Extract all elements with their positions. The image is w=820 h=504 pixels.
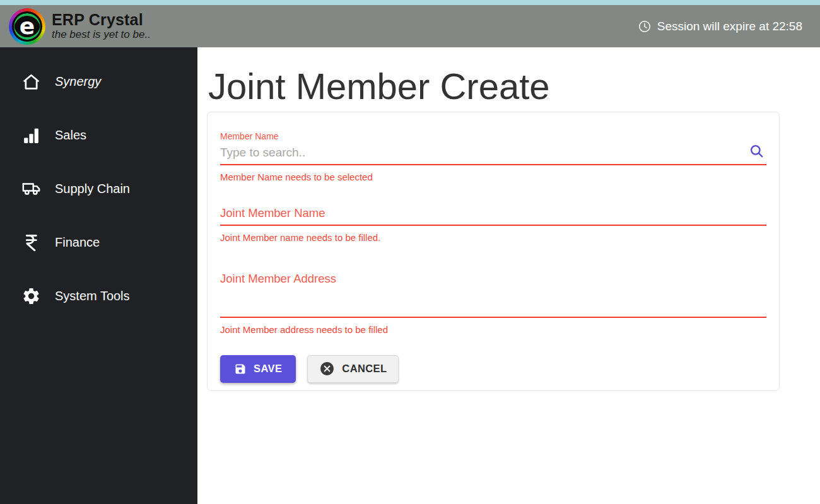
rupee-icon — [21, 233, 41, 252]
cancel-icon — [319, 361, 335, 377]
member-name-error: Member Name needs to be selected — [220, 172, 766, 182]
joint-member-address-label: Joint Member Address — [220, 272, 766, 286]
brand-logo-letter: e — [12, 11, 42, 42]
session-expiry-text: Session will expire at 22:58 — [657, 20, 802, 33]
form-actions: SAVE CANCEL — [220, 355, 766, 383]
sidebar-item-label: Sales — [55, 128, 86, 143]
sidebar-item-label: Finance — [55, 235, 100, 250]
page-title: Joint Member Create — [208, 66, 780, 107]
joint-member-address-input[interactable]: Joint Member Address — [220, 272, 766, 318]
cancel-button-label: CANCEL — [342, 363, 387, 375]
bar-chart-icon — [21, 126, 41, 145]
member-name-label: Member Name — [220, 131, 766, 141]
sidebar-item-label: Supply Chain — [55, 182, 130, 196]
truck-icon — [21, 179, 41, 199]
sidebar-item-sales[interactable]: Sales — [0, 120, 197, 150]
sidebar-item-label: System Tools — [55, 289, 130, 303]
main-content: Joint Member Create Member Name Membe — [197, 47, 820, 504]
sidebar-item-supply-chain[interactable]: Supply Chain — [0, 173, 197, 204]
member-name-search-input[interactable] — [220, 144, 766, 164]
sidebar-item-system-tools[interactable]: System Tools — [0, 281, 197, 311]
top-strip — [0, 0, 820, 5]
brand-logo: e — [9, 8, 45, 45]
brand-tagline: the best is yet to be.. — [52, 29, 151, 41]
save-icon — [234, 363, 247, 375]
save-button[interactable]: SAVE — [220, 355, 296, 383]
home-icon — [21, 72, 41, 91]
session-expiry: Session will expire at 22:58 — [638, 20, 802, 33]
joint-member-name-error: Joint Member name needs to be filled. — [220, 232, 766, 243]
app-header: e ERP Crystal the best is yet to be.. Se… — [0, 5, 820, 47]
joint-member-form-card: Member Name Member Name needs to be sele… — [207, 112, 780, 391]
search-icon[interactable] — [749, 143, 765, 162]
sidebar-item-label: Synergy — [55, 74, 101, 89]
sidebar: Synergy Sales — [0, 47, 197, 504]
sidebar-item-finance[interactable]: Finance — [0, 227, 197, 257]
sidebar-item-synergy[interactable]: Synergy — [0, 66, 197, 97]
gear-icon — [21, 286, 41, 306]
brand-title: ERP Crystal — [52, 11, 151, 29]
cancel-button[interactable]: CANCEL — [307, 355, 399, 383]
joint-member-name-label: Joint Member Name — [220, 206, 766, 225]
member-name-field: Member Name Member Name needs to be sele… — [220, 131, 766, 182]
joint-member-address-error: Joint Member address needs to be filled — [220, 324, 766, 335]
joint-member-name-input[interactable]: Joint Member Name — [220, 206, 766, 226]
save-button-label: SAVE — [254, 363, 282, 375]
app-window: e ERP Crystal the best is yet to be.. Se… — [0, 0, 820, 504]
clock-icon — [638, 20, 652, 33]
brand-block: ERP Crystal the best is yet to be.. — [52, 11, 151, 41]
